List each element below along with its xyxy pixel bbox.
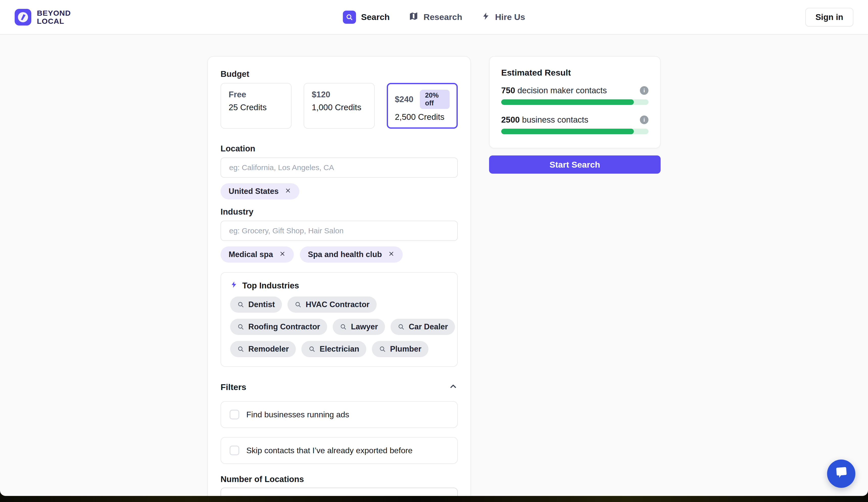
chip-label: Lawyer — [351, 322, 378, 331]
budget-price: $120 — [312, 90, 330, 99]
top-industry-car-dealer[interactable]: Car Dealer — [391, 319, 455, 335]
chip-label: Electrician — [320, 345, 359, 354]
estimated-result-card: Estimated Result 750 decision maker cont… — [489, 56, 661, 148]
business-progress-fill — [501, 129, 634, 134]
location-chip-united-states[interactable]: United States — [220, 183, 299, 199]
business-contacts-text: 2500 business contacts — [501, 115, 588, 125]
top-industry-dentist[interactable]: Dentist — [230, 297, 282, 313]
brand-line2: LOCAL — [37, 17, 71, 25]
number-of-locations-label: Number of Locations — [220, 474, 458, 484]
decision-maker-count: 750 — [501, 86, 515, 95]
header: BEYOND LOCAL Search Research — [0, 0, 868, 35]
decision-maker-contacts-text: 750 decision maker contacts — [501, 86, 607, 95]
decision-maker-progress-track — [501, 99, 649, 105]
industry-chip-medical-spa[interactable]: Medical spa — [220, 246, 294, 263]
info-glyph: i — [643, 116, 645, 123]
budget-price: $240 — [395, 94, 413, 104]
nav-label-research: Research — [424, 12, 462, 22]
checkbox-skip-exported[interactable] — [230, 445, 239, 455]
brand-line1: BEYOND — [37, 9, 71, 17]
top-industry-electrician[interactable]: Electrician — [301, 341, 366, 357]
remove-icon[interactable] — [279, 250, 286, 259]
map-icon — [409, 11, 418, 23]
filters-title: Filters — [220, 382, 246, 392]
start-search-label: Start Search — [549, 160, 600, 170]
filter-option-skip-exported[interactable]: Skip contacts that I’ve already exported… — [220, 437, 458, 464]
industry-label: Industry — [220, 207, 458, 217]
chip-label: Plumber — [390, 345, 421, 354]
industry-chips: Medical spa Spa and health club — [220, 246, 458, 263]
estimated-result-title: Estimated Result — [501, 68, 649, 78]
budget-credits: 2,500 Credits — [395, 112, 450, 122]
brand-name: BEYOND LOCAL — [37, 9, 71, 25]
remove-icon[interactable] — [285, 187, 291, 196]
search-form-card: Budget Free 25 Credits $120 1,000 Credit… — [207, 56, 471, 496]
decision-maker-label: decision maker contacts — [517, 86, 607, 95]
nav-item-hire-us[interactable]: Hire Us — [482, 12, 525, 22]
chip-label: United States — [229, 187, 279, 196]
bolt-icon — [230, 281, 238, 290]
info-icon[interactable]: i — [640, 115, 649, 124]
app-sheet: BEYOND LOCAL Search Research — [0, 0, 868, 496]
top-industry-plumber[interactable]: Plumber — [372, 341, 428, 357]
chip-label: Car Dealer — [409, 322, 448, 331]
chat-button[interactable] — [827, 460, 855, 488]
nav-label-hire-us: Hire Us — [495, 12, 525, 22]
industry-input[interactable] — [220, 221, 458, 241]
top-industry-lawyer[interactable]: Lawyer — [333, 319, 385, 335]
chip-label: Roofing Contractor — [248, 322, 320, 331]
remove-icon[interactable] — [388, 250, 395, 259]
decision-maker-progress-fill — [501, 99, 634, 105]
top-industry-roofing-contractor[interactable]: Roofing Contractor — [230, 319, 327, 335]
top-industries-title: Top Industries — [242, 281, 299, 290]
search-icon — [343, 11, 356, 24]
industry-chip-spa-health-club[interactable]: Spa and health club — [300, 246, 403, 263]
business-progress-track — [501, 129, 649, 134]
checkbox-running-ads[interactable] — [230, 410, 239, 419]
sign-in-label: Sign in — [815, 12, 843, 22]
brand-logo[interactable]: BEYOND LOCAL — [15, 9, 71, 25]
nav-label-search: Search — [361, 12, 390, 22]
select-value: Any — [230, 494, 243, 496]
top-industries-card: Top Industries Dentist HVAC Contractor — [220, 272, 458, 367]
business-label: business contacts — [522, 115, 588, 124]
chip-label: Spa and health club — [308, 250, 382, 259]
budget-label: Budget — [220, 69, 458, 79]
budget-price: Free — [229, 90, 246, 99]
bolt-icon — [482, 12, 490, 22]
location-label: Location — [220, 144, 458, 153]
budget-credits: 25 Credits — [229, 103, 283, 112]
chevron-down-icon — [440, 494, 449, 496]
chat-bubble-icon — [834, 467, 849, 481]
sign-in-button[interactable]: Sign in — [805, 8, 853, 27]
top-industry-hvac-contractor[interactable]: HVAC Contractor — [288, 297, 377, 313]
chip-label: Dentist — [248, 300, 275, 309]
chevron-up-icon[interactable] — [449, 382, 458, 392]
budget-options: Free 25 Credits $120 1,000 Credits $240 … — [220, 83, 458, 129]
budget-credits: 1,000 Credits — [312, 103, 366, 112]
info-icon[interactable]: i — [640, 86, 649, 95]
main-nav: Search Research Hire Us — [343, 11, 525, 24]
nav-item-search[interactable]: Search — [343, 11, 390, 24]
chip-label: Medical spa — [229, 250, 273, 259]
nav-item-research[interactable]: Research — [409, 11, 462, 23]
location-chips: United States — [220, 183, 458, 199]
discount-badge: 20% off — [420, 90, 450, 109]
location-input[interactable] — [220, 157, 458, 178]
filter-option-running-ads[interactable]: Find businesses running ads — [220, 401, 458, 428]
estimate-column: Estimated Result 750 decision maker cont… — [489, 56, 661, 174]
chip-label: HVAC Contractor — [306, 300, 370, 309]
business-count: 2500 — [501, 115, 520, 124]
top-industry-remodeler[interactable]: Remodeler — [230, 341, 296, 357]
filter-label: Find businesses running ads — [246, 410, 349, 419]
budget-option-240-selected[interactable]: $240 20% off 2,500 Credits — [387, 83, 458, 129]
filter-label: Skip contacts that I’ve already exported… — [246, 446, 413, 455]
number-of-locations-select[interactable]: Any — [220, 488, 458, 496]
chip-label: Remodeler — [248, 345, 289, 354]
info-glyph: i — [643, 87, 645, 94]
compass-icon — [15, 9, 31, 25]
start-search-button[interactable]: Start Search — [489, 155, 661, 174]
budget-option-120[interactable]: $120 1,000 Credits — [304, 83, 375, 129]
budget-option-free[interactable]: Free 25 Credits — [220, 83, 291, 129]
main-content: Budget Free 25 Credits $120 1,000 Credit… — [0, 56, 868, 496]
